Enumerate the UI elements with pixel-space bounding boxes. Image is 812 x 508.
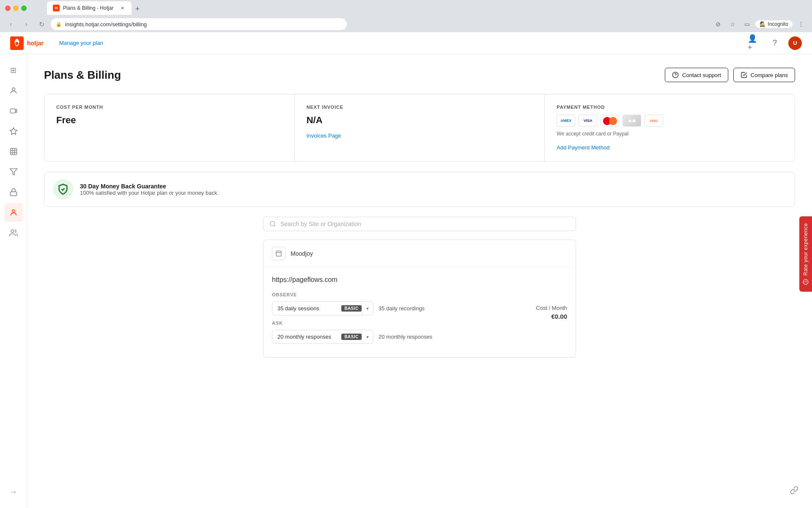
svg-point-12: [803, 279, 808, 284]
incognito-label: Incognito: [768, 21, 788, 27]
cost-per-month-card: COST PER MONTH Free: [44, 94, 295, 161]
payment-icons: AMEX VISA ⬤⬤ ●● DISC: [557, 115, 783, 127]
maximize-window-button[interactable]: [21, 6, 27, 11]
guarantee-icon: [53, 179, 73, 199]
svg-rect-0: [10, 36, 24, 50]
sidebar-item-team[interactable]: [4, 224, 23, 242]
tab-bar: H Plans & Billing - Hotjar ✕ +: [30, 1, 807, 15]
cost-value: €0.00: [551, 313, 567, 320]
site-card-right: Cost / Month €0.00: [508, 268, 576, 357]
link-icon: [790, 486, 798, 494]
observe-dropdown-arrow[interactable]: ▾: [362, 302, 373, 315]
compare-plans-label: Compare plans: [751, 72, 788, 78]
rate-experience-tab[interactable]: Rate your experience: [799, 216, 812, 292]
add-user-icon[interactable]: 👤+: [748, 36, 761, 50]
compare-plans-button[interactable]: Compare plans: [733, 68, 795, 82]
shield-check-icon: [57, 183, 69, 195]
cost-per-month-label: COST PER MONTH: [56, 105, 283, 110]
site-url: https://pageflows.com: [272, 276, 499, 284]
guarantee-text: 100% satisfied with your Hotjar plan or …: [80, 190, 219, 196]
observe-plan-row: 35 daily sessions BASIC ▾ 35 daily recor…: [272, 301, 499, 315]
browser-tab-active[interactable]: H Plans & Billing - Hotjar ✕: [47, 1, 132, 15]
sidebar-item-recordings[interactable]: [4, 102, 23, 120]
manage-plan-link[interactable]: Manage your plan: [59, 40, 103, 46]
svg-point-2: [12, 88, 15, 91]
mastercard-icon: ⬤⬤: [601, 115, 619, 127]
add-payment-method-link[interactable]: Add Payment Method: [557, 144, 609, 151]
bookmark-icon[interactable]: ☆: [727, 18, 738, 30]
cast-icon[interactable]: ▭: [741, 18, 753, 30]
ask-plan-select[interactable]: 20 monthly responses BASIC ▾: [272, 330, 373, 344]
guarantee-content: 30 Day Money Back Guarantee 100% satisfi…: [80, 183, 219, 196]
help-icon[interactable]: ?: [768, 36, 782, 50]
payment-method-card: PAYMENT METHOD AMEX VISA ⬤⬤ ●● DISC We a…: [545, 94, 795, 161]
observe-badge: BASIC: [341, 305, 362, 312]
svg-rect-5: [10, 149, 16, 155]
tab-close-button[interactable]: ✕: [119, 5, 126, 11]
camera-off-icon[interactable]: ⊘: [712, 18, 724, 30]
sidebar-item-heatmaps[interactable]: [4, 142, 23, 161]
user-avatar[interactable]: U: [788, 36, 802, 50]
svg-rect-6: [10, 192, 16, 196]
observe-label: OBSERVE: [272, 292, 499, 297]
payment-method-label: PAYMENT METHOD: [557, 105, 783, 110]
sidebar-item-billing[interactable]: [4, 203, 23, 222]
address-bar[interactable]: 🔒 insights.hotjar.com/settings/billing: [51, 18, 347, 30]
browser-actions: ⊘ ☆ ▭ 🕵 Incognito ⋮: [712, 18, 807, 30]
invoices-page-link[interactable]: Invoices Page: [307, 133, 341, 139]
minimize-window-button[interactable]: [13, 6, 19, 11]
header-actions: Contact support Compare plans: [665, 68, 795, 82]
rate-experience-label: Rate your experience: [803, 223, 809, 276]
incognito-icon: 🕵: [760, 21, 766, 27]
link-copy-button[interactable]: [787, 483, 802, 498]
svg-text:hotjar: hotjar: [27, 40, 44, 47]
new-tab-button[interactable]: +: [132, 3, 143, 15]
hotjar-logo[interactable]: hotjar: [10, 36, 52, 50]
search-container: [44, 217, 795, 231]
refresh-button[interactable]: ↻: [36, 18, 47, 30]
main-content: Plans & Billing Contact support Compare …: [27, 54, 812, 508]
close-window-button[interactable]: [5, 6, 11, 11]
page-title: Plans & Billing: [44, 69, 121, 82]
sidebar-expand-button[interactable]: →: [4, 483, 23, 501]
observe-sessions-label: 35 daily sessions: [272, 302, 341, 315]
site-name: Moodjoy: [291, 250, 313, 257]
amex-icon: AMEX: [557, 115, 575, 127]
search-input[interactable]: [280, 221, 570, 227]
search-input-wrap: [263, 217, 576, 231]
next-invoice-value: N/A: [307, 115, 533, 126]
browser-addressbar: ‹ › ↻ 🔒 insights.hotjar.com/settings/bil…: [0, 16, 812, 32]
site-card-inner: https://pageflows.com OBSERVE 35 daily s…: [263, 268, 576, 357]
sidebar-item-favorites[interactable]: [4, 122, 23, 141]
svg-point-13: [806, 282, 807, 283]
svg-point-14: [805, 282, 805, 283]
incognito-button[interactable]: 🕵 Incognito: [755, 20, 793, 28]
top-nav: hotjar Manage your plan 👤+ ? U: [0, 32, 812, 54]
next-invoice-label: NEXT INVOICE: [307, 105, 533, 110]
browser-menu-icon[interactable]: ⋮: [795, 18, 807, 30]
observe-recordings-text: 35 daily recordings: [379, 305, 425, 312]
sidebar: ⊞ →: [0, 54, 27, 508]
cost-per-month-value: Free: [56, 115, 283, 126]
back-button[interactable]: ‹: [5, 18, 17, 30]
svg-rect-3: [10, 109, 15, 113]
contact-support-button[interactable]: Contact support: [665, 68, 728, 82]
cost-month-label: Cost / Month: [536, 305, 567, 311]
next-invoice-card: NEXT INVOICE N/A Invoices Page: [295, 94, 545, 161]
sidebar-item-funnels[interactable]: [4, 163, 23, 181]
observe-plan-select[interactable]: 35 daily sessions BASIC ▾: [272, 301, 373, 315]
forward-button[interactable]: ›: [20, 18, 32, 30]
ask-dropdown-arrow[interactable]: ▾: [362, 331, 373, 343]
svg-marker-4: [10, 128, 17, 135]
url-text: insights.hotjar.com/settings/billing: [65, 21, 147, 28]
svg-rect-11: [276, 251, 281, 256]
ask-plan-row: 20 monthly responses BASIC ▾ 20 monthly …: [272, 330, 499, 344]
smiley-icon: [803, 279, 809, 285]
support-icon: [672, 72, 679, 78]
tab-favicon: H: [53, 5, 60, 11]
payment-accept-text: We accept credit card or Paypal: [557, 131, 783, 137]
search-icon: [269, 221, 276, 227]
sidebar-item-users[interactable]: [4, 81, 23, 100]
sidebar-item-privacy[interactable]: [4, 183, 23, 202]
sidebar-item-dashboard[interactable]: ⊞: [4, 61, 23, 80]
